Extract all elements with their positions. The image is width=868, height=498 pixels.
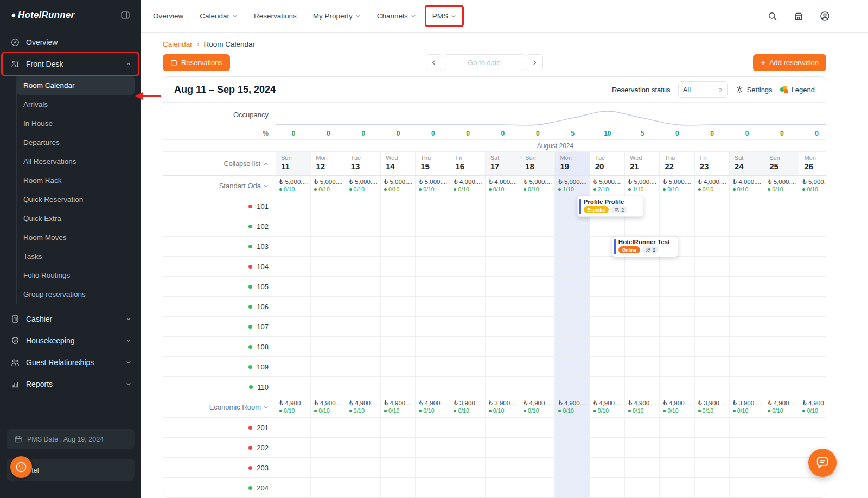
sidebar-subitem-folio-routings[interactable]: Folio Routings bbox=[17, 266, 135, 285]
calendar-day-cell[interactable] bbox=[695, 317, 730, 336]
calendar-day-cell[interactable] bbox=[520, 196, 555, 216]
calendar-day-cell[interactable] bbox=[486, 377, 520, 397]
calendar-day-cell[interactable] bbox=[276, 317, 311, 336]
calendar-day-cell[interactable] bbox=[695, 458, 730, 477]
rate-cell[interactable]: ₺ 5,000....0/10 bbox=[660, 176, 694, 196]
rate-cell[interactable]: ₺ 3,900....0/10 bbox=[730, 397, 764, 417]
calendar-day-cell[interactable] bbox=[381, 458, 416, 477]
sidebar-subitem-quick-reservation[interactable]: Quick Reservation bbox=[17, 190, 135, 209]
calendar-day-cell[interactable] bbox=[730, 377, 764, 397]
calendar-day-cell[interactable] bbox=[486, 216, 520, 236]
calendar-day-cell[interactable] bbox=[381, 377, 416, 397]
calendar-day-cell[interactable] bbox=[381, 237, 416, 256]
rate-cell[interactable]: ₺ 5,000....0/10 bbox=[764, 176, 799, 196]
calendar-day-cell[interactable] bbox=[590, 297, 625, 316]
calendar-day-cell[interactable] bbox=[381, 277, 416, 296]
calendar-day-cell[interactable] bbox=[799, 196, 826, 216]
calendar-day-cell[interactable] bbox=[799, 317, 826, 336]
calendar-day-cell[interactable] bbox=[346, 337, 381, 356]
calendar-day-cell[interactable] bbox=[486, 438, 520, 457]
calendar-day-cell[interactable] bbox=[799, 418, 826, 437]
calendar-day-cell[interactable] bbox=[590, 277, 625, 296]
calendar-day-cell[interactable] bbox=[276, 357, 311, 376]
sidebar-item-overview[interactable]: Overview bbox=[0, 31, 141, 53]
calendar-day-cell[interactable] bbox=[450, 357, 485, 376]
calendar-day-cell[interactable] bbox=[276, 237, 311, 256]
calendar-day-cell[interactable] bbox=[695, 297, 730, 316]
calendar-day-cell[interactable] bbox=[799, 277, 826, 296]
calendar-day-cell[interactable] bbox=[311, 418, 346, 437]
calendar-day-cell[interactable] bbox=[276, 458, 311, 477]
rate-cell[interactable]: ₺ 5,000....0/10 bbox=[799, 176, 826, 196]
calendar-day-cell[interactable] bbox=[555, 357, 590, 376]
calendar-day-cell[interactable] bbox=[799, 478, 826, 497]
calendar-day-cell[interactable] bbox=[730, 297, 764, 316]
calendar-day-cell[interactable] bbox=[450, 377, 485, 397]
calendar-day-cell[interactable] bbox=[381, 297, 416, 316]
rate-cell[interactable]: ₺ 3,900....0/10 bbox=[486, 397, 520, 417]
calendar-day-cell[interactable] bbox=[730, 458, 764, 477]
rate-cell[interactable]: ₺ 5,000....0/10 bbox=[416, 176, 450, 196]
add-reservation-button[interactable]: + Add reservation bbox=[753, 54, 826, 71]
sidebar-subitem-room-calendar[interactable]: Room Calendar bbox=[17, 76, 135, 95]
calendar-day-cell[interactable] bbox=[555, 438, 590, 457]
calendar-day-cell[interactable] bbox=[590, 337, 625, 356]
calendar-day-cell[interactable] bbox=[416, 297, 450, 316]
calendar-day-cell[interactable] bbox=[695, 418, 730, 437]
rate-cell[interactable]: ₺ 5,000....1/10 bbox=[555, 176, 590, 196]
nav-item-overview[interactable]: Overview bbox=[153, 12, 183, 20]
calendar-day-cell[interactable] bbox=[695, 257, 730, 276]
calendar-day-cell[interactable] bbox=[625, 297, 660, 316]
calendar-day-cell[interactable] bbox=[695, 237, 730, 256]
room-label[interactable]: 101 bbox=[163, 196, 276, 216]
calendar-day-cell[interactable] bbox=[764, 277, 799, 296]
calendar-day-cell[interactable] bbox=[730, 277, 764, 296]
calendar-day-cell[interactable] bbox=[381, 317, 416, 336]
sidebar-subitem-all-reservations[interactable]: All Reservations bbox=[17, 152, 135, 171]
settings-button[interactable]: Settings bbox=[736, 86, 773, 94]
calendar-day-cell[interactable] bbox=[695, 438, 730, 457]
nav-item-calendar[interactable]: Calendar bbox=[200, 12, 238, 20]
rate-cell[interactable]: ₺ 4,900....0/10 bbox=[555, 397, 590, 417]
room-label[interactable]: 109 bbox=[163, 357, 276, 376]
calendar-day-cell[interactable] bbox=[450, 418, 485, 437]
calendar-day-cell[interactable] bbox=[346, 438, 381, 457]
calendar-day-cell[interactable] bbox=[520, 458, 555, 477]
calendar-day-cell[interactable] bbox=[625, 357, 660, 376]
calendar-day-cell[interactable] bbox=[555, 297, 590, 316]
store-icon[interactable] bbox=[794, 11, 803, 21]
sidebar-item-cashier[interactable]: Cashier bbox=[0, 308, 141, 330]
rate-cell[interactable]: ₺ 4,000....0/10 bbox=[486, 176, 520, 196]
room-label[interactable]: 105 bbox=[163, 277, 276, 296]
sidebar-item-reports[interactable]: Reports bbox=[0, 373, 141, 395]
calendar-day-cell[interactable] bbox=[450, 337, 485, 356]
room-label[interactable]: 102 bbox=[163, 216, 276, 236]
calendar-day-cell[interactable] bbox=[346, 377, 381, 397]
calendar-day-cell[interactable] bbox=[520, 418, 555, 437]
calendar-day-cell[interactable] bbox=[450, 237, 485, 256]
calendar-day-cell[interactable] bbox=[276, 377, 311, 397]
calendar-day-cell[interactable] bbox=[520, 257, 555, 276]
calendar-day-cell[interactable] bbox=[555, 418, 590, 437]
calendar-day-cell[interactable] bbox=[311, 277, 346, 296]
calendar-day-cell[interactable] bbox=[276, 438, 311, 457]
calendar-day-cell[interactable] bbox=[555, 337, 590, 356]
calendar-day-cell[interactable] bbox=[590, 438, 625, 457]
calendar-day-cell[interactable] bbox=[625, 216, 660, 236]
calendar-day-cell[interactable] bbox=[730, 317, 764, 336]
calendar-day-cell[interactable] bbox=[660, 196, 694, 216]
calendar-day-cell[interactable] bbox=[590, 317, 625, 336]
rate-cell[interactable]: ₺ 4,900....0/10 bbox=[660, 397, 694, 417]
calendar-day-cell[interactable] bbox=[660, 357, 694, 376]
calendar-day-cell[interactable] bbox=[346, 257, 381, 276]
calendar-day-cell[interactable] bbox=[416, 357, 450, 376]
rate-cell[interactable]: ₺ 4,900....0/10 bbox=[520, 397, 555, 417]
collapse-list-button[interactable]: Collapse list bbox=[163, 152, 276, 175]
calendar-day-cell[interactable] bbox=[660, 418, 694, 437]
room-label[interactable]: 203 bbox=[163, 458, 276, 477]
rate-cell[interactable]: ₺ 4,900....0/10 bbox=[416, 397, 450, 417]
rate-cell[interactable]: ₺ 4,900....0/10 bbox=[276, 397, 311, 417]
calendar-day-cell[interactable] bbox=[346, 196, 381, 216]
calendar-day-cell[interactable] bbox=[346, 478, 381, 497]
calendar-day-cell[interactable] bbox=[799, 237, 826, 256]
